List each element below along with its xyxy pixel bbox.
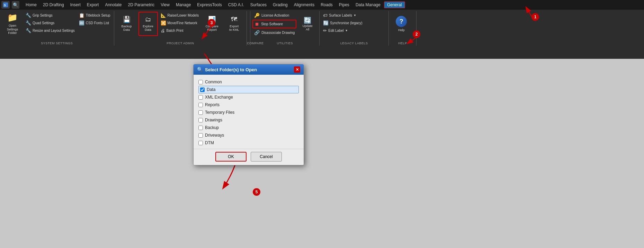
checkbox-backup-input[interactable] xyxy=(198,126,203,130)
badge-3: 3 xyxy=(208,19,215,27)
grip-icon: 🔧 xyxy=(26,13,31,18)
checkbox-drawings-label: Drawings xyxy=(205,118,222,122)
menu-manage[interactable]: Manage xyxy=(173,2,194,8)
checkbox-temporary-input[interactable] xyxy=(198,110,203,115)
checkbox-data[interactable]: Data xyxy=(198,86,299,93)
batch-print-label: Batch Print xyxy=(167,29,184,33)
help-label: Help xyxy=(398,28,405,32)
checkbox-drawings-input[interactable] xyxy=(198,118,203,122)
menu-2d-parametric[interactable]: 2D Parametric xyxy=(125,2,157,8)
group-project-admin: 💾 BackupData 🗂 ExploreData 📐 Raise/Lower… xyxy=(114,11,247,46)
legacy-labels-title: LEGACY LABELS xyxy=(320,42,388,45)
batch-print-button[interactable]: 🖨 Batch Print xyxy=(159,27,200,34)
checkbox-xml[interactable]: XML Exchange xyxy=(198,93,299,101)
explore-icon: 🗂 xyxy=(145,16,151,24)
system-settings-col: 🔧 Grip Settings 🔧 Quad Settings 🔧 Resize… xyxy=(24,12,76,34)
utilities-col: 🔑 License Activation ⏹ Stop Software 🔗 D… xyxy=(252,12,296,36)
checkbox-dtm-input[interactable] xyxy=(198,141,203,145)
checkbox-xml-input[interactable] xyxy=(198,95,203,100)
checkbox-dtm[interactable]: DTM xyxy=(198,139,299,147)
folder-icon: 📁 xyxy=(7,13,18,23)
help-button[interactable]: ? Help xyxy=(391,12,412,36)
select-folders-dialog: 🔍 Select Folder(s) to Open ✕ Common Data… xyxy=(193,64,304,165)
checkbox-drawings[interactable]: Drawings xyxy=(198,116,299,124)
titleblock-icon: 📋 xyxy=(79,13,84,18)
app-logo[interactable]: S xyxy=(1,1,10,9)
ok-button[interactable]: OK xyxy=(215,152,247,162)
checkbox-driveways-input[interactable] xyxy=(198,133,203,138)
export-kml-button[interactable]: 🗺 Exportto KML xyxy=(224,12,244,36)
checkbox-data-input[interactable] xyxy=(200,88,205,92)
edit-label-button[interactable]: ✏ Edit Label ▼ xyxy=(322,27,364,34)
update-all-button[interactable]: 🔄 UpdateAll xyxy=(298,12,317,36)
move-fine-label: Move/Fine Network xyxy=(168,21,197,25)
csd-fonts-list-button[interactable]: 🔤 CSD Fonts List xyxy=(78,19,112,26)
menu-annotate[interactable]: Annotate xyxy=(102,2,124,8)
dialog-title-content: 🔍 Select Folder(s) to Open xyxy=(197,67,257,72)
badge-2: 2 xyxy=(413,30,420,38)
checkbox-common[interactable]: Common xyxy=(198,78,299,86)
synchronise-legacy-button[interactable]: 🔄 Synchronise (legacy) xyxy=(322,19,364,26)
ribbon: S 🔍 Home 2D Drafting Insert Export Annot… xyxy=(0,0,644,59)
checkbox-driveways-label: Driveways xyxy=(205,133,224,138)
update-icon: 🔄 xyxy=(304,17,311,24)
checkbox-temporary[interactable]: Temporary Files xyxy=(198,109,299,116)
menu-export[interactable]: Export xyxy=(84,2,102,8)
move-fine-button[interactable]: 🔀 Move/Fine Network xyxy=(159,19,200,26)
menu-bar: S 🔍 Home 2D Drafting Insert Export Annot… xyxy=(0,0,644,10)
content-area xyxy=(0,59,644,248)
move-icon: 🔀 xyxy=(161,20,166,26)
menu-2d-drafting[interactable]: 2D Drafting xyxy=(40,2,67,8)
menu-surfaces[interactable]: Surfaces xyxy=(248,2,269,8)
quad-settings-button[interactable]: 🔧 Quad Settings xyxy=(24,19,76,26)
resize-layout-label: Resize and Layout Settings xyxy=(33,29,75,33)
stop-software-button[interactable]: ⏹ Stop Software xyxy=(252,20,296,28)
backup-data-button[interactable]: 💾 BackupData xyxy=(116,12,137,36)
menu-alignments[interactable]: Alignments xyxy=(291,2,317,8)
checkbox-backup[interactable]: Backup xyxy=(198,124,299,131)
menu-roads[interactable]: Roads xyxy=(318,2,336,8)
legacy-labels-items: 🏷 Surface Labels ▼ 🔄 Synchronise (legacy… xyxy=(322,12,386,45)
search-icon[interactable]: 🔍 xyxy=(12,1,19,9)
stop-icon: ⏹ xyxy=(255,21,259,27)
checkbox-driveways[interactable]: Driveways xyxy=(198,131,299,139)
checkbox-reports-input[interactable] xyxy=(198,103,203,107)
menu-grading[interactable]: Grading xyxy=(270,2,290,8)
menu-data-manage[interactable]: Data Manage xyxy=(353,2,383,8)
resize-layout-button[interactable]: 🔧 Resize and Layout Settings xyxy=(24,27,76,34)
surface-labels-button[interactable]: 🏷 Surface Labels ▼ xyxy=(322,12,364,19)
menu-home[interactable]: Home xyxy=(23,2,39,8)
disassociate-drawing-button[interactable]: 🔗 Disassociate Drawing xyxy=(252,29,296,36)
export-kml-label: Exportto KML xyxy=(229,25,239,32)
dialog-close-button[interactable]: ✕ xyxy=(294,66,300,73)
explore-data-button[interactable]: 🗂 ExploreData xyxy=(138,12,158,36)
group-compare: COMPARE xyxy=(247,11,250,46)
explore-data-label: ExploreData xyxy=(143,25,153,32)
system-settings-title: SYSTEM SETTINGS xyxy=(0,42,114,45)
legacy-labels-col: 🏷 Surface Labels ▼ 🔄 Synchronise (legacy… xyxy=(322,12,364,34)
menu-pipes[interactable]: Pipes xyxy=(336,2,352,8)
checkbox-backup-label: Backup xyxy=(205,125,219,130)
fonts-icon: 🔤 xyxy=(79,20,84,26)
edit-icon: ✏ xyxy=(323,28,327,33)
open-settings-folder-button[interactable]: 📁 Open SettingsFolder xyxy=(2,12,23,36)
edit-label-label: Edit Label xyxy=(328,29,343,33)
menu-view[interactable]: View xyxy=(158,2,172,8)
titleblock-setup-button[interactable]: 📋 Titleblock Setup xyxy=(78,12,112,19)
dialog-overlay: 🔍 Select Folder(s) to Open ✕ Common Data… xyxy=(193,64,304,165)
print-icon: 🖨 xyxy=(161,28,165,33)
grip-settings-button[interactable]: 🔧 Grip Settings xyxy=(24,12,76,19)
checkbox-reports[interactable]: Reports xyxy=(198,101,299,109)
update-all-label: UpdateAll xyxy=(303,24,313,31)
project-admin-items: 💾 BackupData 🗂 ExploreData 📐 Raise/Lower… xyxy=(116,12,245,45)
raise-lower-button[interactable]: 📐 Raise/Lower Models xyxy=(159,12,200,19)
group-legacy-labels: 🏷 Surface Labels ▼ 🔄 Synchronise (legacy… xyxy=(320,11,389,46)
license-activation-button[interactable]: 🔑 License Activation xyxy=(252,12,296,19)
quad-settings-label: Quad Settings xyxy=(33,21,54,25)
menu-insert[interactable]: Insert xyxy=(68,2,83,8)
cancel-button[interactable]: Cancel xyxy=(251,152,282,162)
menu-csd-ai[interactable]: CSD A.I. xyxy=(225,2,247,8)
menu-general[interactable]: General xyxy=(384,1,405,8)
checkbox-common-input[interactable] xyxy=(198,80,203,84)
menu-expresstools[interactable]: ExpressTools xyxy=(194,2,224,8)
